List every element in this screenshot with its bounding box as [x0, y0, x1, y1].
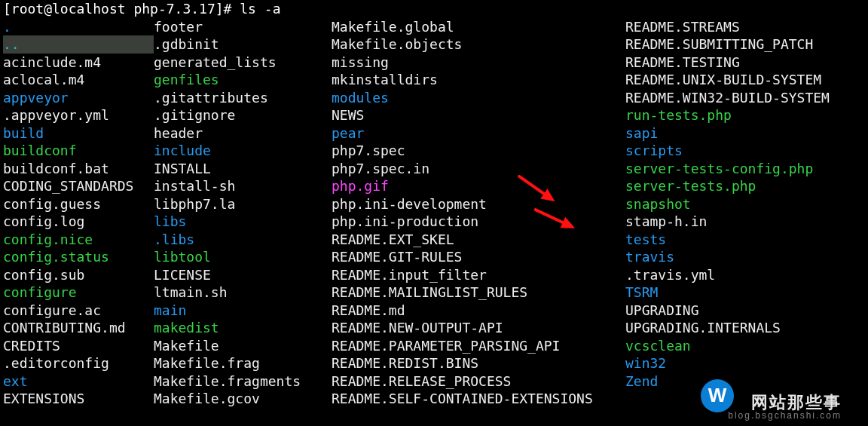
- ls-entry: .gitattributes: [154, 89, 332, 107]
- ls-entry: config.guess: [3, 195, 154, 213]
- ls-entry: config.status: [3, 248, 154, 266]
- ls-entry: UPGRADING.INTERNALS: [625, 319, 866, 337]
- ls-entry: modules: [332, 89, 625, 107]
- ls-entry: LICENSE: [154, 266, 332, 284]
- ls-entry: TSRM: [625, 283, 866, 302]
- ls-entry: php7.spec.in: [332, 160, 625, 178]
- ls-entry: mkinstalldirs: [332, 71, 625, 89]
- ls-entry: UPGRADING: [625, 302, 866, 320]
- ls-entry: .libs: [154, 231, 332, 249]
- ls-entry: server-tests-config.php: [625, 160, 866, 178]
- ls-entry: Makefile.global: [332, 18, 625, 36]
- ls-entry: README.WIN32-BUILD-SYSTEM: [625, 89, 866, 107]
- ls-entry: configure.ac: [3, 302, 154, 320]
- ls-entry: php.gif: [332, 177, 625, 195]
- ls-entry: config.nice: [3, 231, 154, 249]
- ls-entry: README.input_filter: [332, 266, 625, 284]
- ls-entry: .: [3, 18, 154, 36]
- ls-entry: .gitignore: [154, 106, 332, 124]
- ls-entry: README.SELF-CONTAINED-EXTENSIONS: [332, 390, 625, 408]
- ls-entry: NEWS: [332, 106, 625, 124]
- ls-entry: EXTENSIONS: [3, 390, 154, 408]
- ls-entry: travis: [625, 248, 866, 266]
- ls-entry: win32: [625, 354, 866, 372]
- ls-entry: build: [3, 124, 154, 143]
- ls-entry: .travis.yml: [625, 266, 866, 284]
- ls-entry: main: [154, 302, 332, 320]
- ls-entry: aclocal.m4: [3, 71, 154, 89]
- ls-entry: .gdbinit: [154, 35, 332, 54]
- ls-entry: README.REDIST.BINS: [332, 354, 625, 372]
- ls-entry: README.SUBMITTING_PATCH: [625, 35, 866, 54]
- ls-entry: Makefile.fragments: [154, 372, 332, 391]
- ls-entry: genfiles: [154, 71, 332, 89]
- terminal[interactable]: [root@localhost php-7.3.17]# ls -a ...ac…: [0, 0, 868, 408]
- ls-entry: README.RELEASE_PROCESS: [332, 372, 625, 391]
- ls-entry: Makefile.gcov: [154, 390, 332, 408]
- ls-entry: Makefile.frag: [154, 354, 332, 372]
- ls-column: Makefile.globalMakefile.objectsmissingmk…: [332, 18, 625, 408]
- ls-entry: snapshot: [625, 195, 866, 213]
- ls-entry: README.MAILINGLIST_RULES: [332, 283, 625, 302]
- ls-entry: missing: [332, 54, 625, 72]
- ls-entry: server-tests.php: [625, 177, 866, 195]
- ls-entry: INSTALL: [154, 160, 332, 178]
- ls-entry: ltmain.sh: [154, 283, 332, 302]
- ls-entry: php.ini-development: [332, 195, 625, 213]
- ls-entry: libphp7.la: [154, 195, 332, 213]
- ls-entry: appveyor: [3, 89, 154, 107]
- ls-entry: Makefile: [154, 337, 332, 355]
- ls-entry: sapi: [625, 124, 866, 143]
- ls-entry: install-sh: [154, 177, 332, 195]
- ls-listing: ...acinclude.m4aclocal.m4appveyor.appvey…: [3, 18, 868, 408]
- ls-column: footer.gdbinitgenerated_listsgenfiles.gi…: [154, 18, 332, 408]
- ls-entry: CONTRIBUTING.md: [3, 319, 154, 337]
- ls-entry: README.md: [332, 302, 625, 320]
- prompt-line: [root@localhost php-7.3.17]# ls -a: [3, 0, 868, 18]
- ls-entry: php.ini-production: [332, 213, 625, 231]
- ls-entry: README.TESTING: [625, 54, 866, 72]
- ls-entry: README.PARAMETER_PARSING_API: [332, 337, 625, 355]
- ls-entry: buildconf.bat: [3, 160, 154, 178]
- ls-entry: header: [154, 124, 332, 143]
- ls-entry: footer: [154, 18, 332, 36]
- ls-entry: Zend: [625, 372, 866, 391]
- ls-entry: ..: [3, 35, 154, 54]
- ls-entry: README.STREAMS: [625, 18, 866, 36]
- ls-column: README.STREAMSREADME.SUBMITTING_PATCHREA…: [625, 18, 866, 408]
- prompt-command: ls -a: [240, 1, 280, 17]
- ls-entry: makedist: [154, 319, 332, 337]
- ls-entry: vcsclean: [625, 337, 866, 355]
- ls-entry: php7.spec: [332, 142, 625, 160]
- ls-entry: generated_lists: [154, 54, 332, 72]
- ls-entry: Makefile.objects: [332, 35, 625, 54]
- ls-entry: scripts: [625, 142, 866, 160]
- ls-entry: tests: [625, 231, 866, 249]
- ls-entry: README.UNIX-BUILD-SYSTEM: [625, 71, 866, 89]
- ls-entry: ext: [3, 372, 154, 391]
- ls-entry: README.GIT-RULES: [332, 248, 625, 266]
- ls-entry: .appveyor.yml: [3, 106, 154, 124]
- ls-entry: CODING_STANDARDS: [3, 177, 154, 195]
- ls-entry: .editorconfig: [3, 354, 154, 372]
- ls-entry: include: [154, 142, 332, 160]
- ls-entry: stamp-h.in: [625, 213, 866, 231]
- ls-entry: config.sub: [3, 266, 154, 284]
- ls-entry: acinclude.m4: [3, 54, 154, 72]
- ls-entry: pear: [332, 124, 625, 143]
- ls-entry: README.NEW-OUTPUT-API: [332, 319, 625, 337]
- ls-entry: configure: [3, 283, 154, 302]
- prompt-userhost: [root@localhost php-7.3.17]#: [3, 1, 240, 17]
- ls-column: ...acinclude.m4aclocal.m4appveyor.appvey…: [3, 18, 154, 408]
- ls-entry: config.log: [3, 213, 154, 231]
- watermark-logo-letter: W: [708, 387, 727, 405]
- ls-entry: README.EXT_SKEL: [332, 231, 625, 249]
- ls-entry: buildconf: [3, 142, 154, 160]
- ls-entry: libtool: [154, 248, 332, 266]
- ls-entry: CREDITS: [3, 337, 154, 355]
- watermark-subtext: blog.bsgchanshi.com: [728, 407, 842, 425]
- ls-entry: libs: [154, 213, 332, 231]
- ls-entry: run-tests.php: [625, 106, 866, 124]
